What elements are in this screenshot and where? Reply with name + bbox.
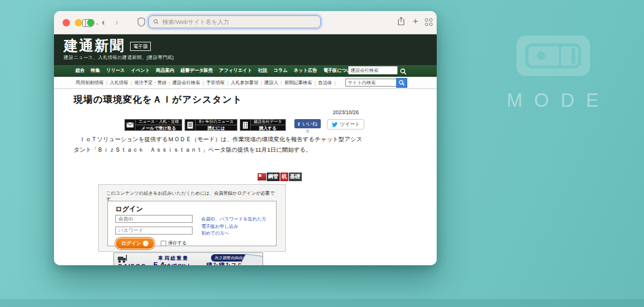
remember-checkbox[interactable] bbox=[161, 241, 166, 246]
article-body: ＩｏＴソリューションを提供するＭＯＤＥ（モード）は、作業現場の環境変化を報告する… bbox=[74, 134, 364, 155]
login-panel: このコンテンツの続きをお読みいただくためには、会員登録かログインが必要です。 ロ… bbox=[98, 184, 286, 252]
address-bar[interactable] bbox=[148, 15, 321, 28]
login-button[interactable]: ログイン → bbox=[115, 238, 155, 249]
twitter-bird-icon bbox=[331, 122, 338, 127]
article-date: 2023/10/26 bbox=[54, 109, 359, 115]
browser-window: ⌄ ‹ › + 建通新聞 電子版 建設ニュース、入札情報の bbox=[54, 11, 437, 265]
nav-separator: | bbox=[106, 80, 107, 85]
nav-separator: | bbox=[261, 80, 262, 85]
site-search-input[interactable] bbox=[345, 79, 397, 87]
subnav-kensetsujin[interactable]: 建設人 bbox=[264, 80, 278, 86]
privacy-shield-icon[interactable] bbox=[137, 17, 145, 29]
remember-label: 保存する bbox=[168, 240, 186, 246]
sidebar-toggle-icon[interactable] bbox=[82, 19, 93, 27]
envelope-icon bbox=[125, 120, 136, 130]
login-heading: ログイン bbox=[115, 204, 143, 214]
primary-nav: 総合 特集 リリース イベント 商品案内 経審データ販売 アフィリエイト 社説 … bbox=[54, 65, 437, 77]
like-count: 0 bbox=[307, 129, 309, 133]
nav-item-event[interactable]: イベント bbox=[128, 68, 153, 74]
forgot-password-link[interactable]: 会員ID、パスワードを忘れた方 bbox=[201, 216, 266, 223]
mode-logo-icon bbox=[516, 36, 590, 76]
subnav-minkan-shodo[interactable]: 民間初動情報 bbox=[76, 80, 104, 86]
subnav-nyusatsu-sanka[interactable]: 入札参加要領 bbox=[231, 80, 258, 86]
nav-separator: | bbox=[169, 80, 170, 85]
nav-separator: | bbox=[334, 80, 335, 85]
nav-item-release[interactable]: リリース bbox=[103, 68, 128, 74]
nav-item-affiliate[interactable]: アフィリエイト bbox=[216, 68, 255, 74]
newspaper-icon bbox=[185, 120, 196, 130]
pipe-pile-ad-banner[interactable]: 鋼管 杭 基礎 bbox=[258, 172, 302, 181]
nav-item-tokushu[interactable]: 特集 bbox=[88, 68, 103, 74]
nav-separator: | bbox=[227, 80, 228, 85]
share-icon[interactable] bbox=[397, 17, 405, 28]
close-window-button[interactable] bbox=[63, 19, 70, 26]
edition-badge: 電子版 bbox=[130, 42, 151, 51]
nav-separator: | bbox=[281, 80, 282, 85]
site-search-button[interactable] bbox=[396, 78, 407, 88]
article-page: 現場の環境変化をＡＩがアシスタント 2023/10/26 ニュース・入札・見積 … bbox=[54, 89, 437, 265]
site-header: 建通新聞 電子版 建設ニュース、入札情報の建通新聞。[建設専門紙] bbox=[54, 34, 437, 65]
first-time-link[interactable]: 初めての方へ bbox=[201, 230, 266, 237]
minimize-window-button[interactable] bbox=[75, 19, 82, 26]
subnav-kiji-kensaku[interactable]: 新聞記事検索 bbox=[285, 80, 312, 86]
nav-item-shasetsu[interactable]: 社説 bbox=[255, 68, 270, 74]
password-field[interactable] bbox=[115, 227, 193, 235]
company-search-input[interactable] bbox=[348, 66, 397, 74]
facebook-like-button[interactable]: f いいね bbox=[294, 119, 321, 128]
building-icon bbox=[240, 120, 251, 130]
mode-watermark: MODE bbox=[498, 36, 608, 112]
remember-me[interactable]: 保存する bbox=[161, 240, 186, 246]
site-tagline: 建設ニュース、入札情報の建通新聞。[建設専門紙] bbox=[64, 55, 427, 61]
company-search-icon[interactable] bbox=[400, 66, 407, 77]
mail-subscribe-button[interactable]: ニュース・入札・見積 メールで受け取る bbox=[125, 119, 182, 131]
back-button[interactable]: ‹ bbox=[102, 17, 105, 28]
ad-logo-icon bbox=[258, 173, 266, 181]
facebook-icon: f bbox=[298, 121, 300, 127]
apply-digital-link[interactable]: 電子版お申し込み bbox=[201, 223, 266, 230]
banner-brand: DAIDOC bbox=[118, 263, 145, 265]
search-icon bbox=[153, 19, 159, 25]
nav-separator: | bbox=[131, 80, 132, 85]
nav-item-keishin-data[interactable]: 経審データ販売 bbox=[177, 68, 216, 74]
tab-overview-icon[interactable] bbox=[425, 18, 432, 26]
desktop-background: MODE ⌄ ‹ › + bbox=[0, 0, 644, 307]
archive-news-button[interactable]: 8ヶ年分のニュース 読むには bbox=[185, 119, 237, 131]
login-notice: このコンテンツの続きをお読みいただくためには、会員登録かログインが必要です。 bbox=[99, 185, 285, 203]
nav-separator: | bbox=[315, 80, 316, 85]
article-actions: ニュース・入札・見積 メールで受け取る 8ヶ年分のニュース 読むには bbox=[125, 119, 364, 131]
subnav-jichitai[interactable]: 自治体 bbox=[318, 80, 332, 86]
nav-item-column[interactable]: コラム bbox=[270, 68, 291, 74]
login-form: ログイン 会員ID、パスワードを忘れた方 電子版お申し込み 初めての方へ ログイ… bbox=[107, 201, 277, 246]
site-logo[interactable]: 建通新聞 bbox=[64, 37, 125, 53]
banner-line2: 5.4tまでOK！ bbox=[153, 260, 191, 265]
nav-separator: | bbox=[202, 80, 204, 85]
company-data-button[interactable]: 建設会社データ 購入する bbox=[240, 119, 286, 131]
nav-item-sogo[interactable]: 総合 bbox=[72, 68, 88, 74]
arrow-right-icon: → bbox=[143, 241, 148, 246]
subnav-hacchu-yotei[interactable]: 発注予定・営繕 bbox=[134, 80, 167, 86]
member-id-field[interactable] bbox=[115, 215, 193, 223]
nav-item-net-ad[interactable]: ネット広告 bbox=[291, 68, 320, 74]
nav-item-products[interactable]: 商品案内 bbox=[153, 68, 177, 74]
forward-button[interactable]: › bbox=[115, 17, 118, 28]
article-title: 現場の環境変化をＡＩがアシスタント bbox=[74, 94, 242, 106]
facebook-like-widget: f いいね 0 bbox=[294, 119, 321, 131]
tweet-button[interactable]: ツイート bbox=[327, 119, 364, 130]
address-input[interactable] bbox=[161, 18, 316, 26]
chevron-down-icon[interactable]: ⌄ bbox=[95, 20, 99, 26]
mode-wordmark: MODE bbox=[498, 90, 608, 112]
subnav-kensetsu-kensaku[interactable]: 建設会社検索 bbox=[172, 80, 200, 86]
new-tab-button[interactable]: + bbox=[413, 15, 418, 26]
browser-toolbar: ⌄ ‹ › + bbox=[54, 11, 437, 34]
secondary-nav: 民間初動情報| 入札情報| 発注予定・営繕| 建設会社検索| 予算情報| 入札参… bbox=[54, 77, 437, 89]
subnav-nyusatsu[interactable]: 入札情報 bbox=[110, 80, 128, 86]
subnav-yosan[interactable]: 予算情報 bbox=[206, 80, 224, 86]
ramp-ad-banner[interactable]: DAIDOC 車両総重量 5.4tまでOK！ 高さ調整自由自在 積み積みスロープ bbox=[113, 252, 263, 265]
